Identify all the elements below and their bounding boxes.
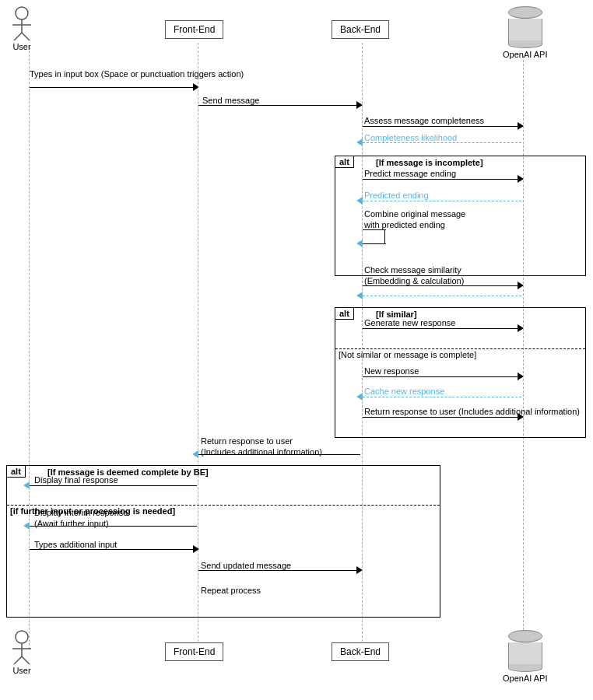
openai-cylinder-bottom	[508, 630, 542, 672]
alt-label-3: alt	[6, 465, 26, 478]
msg3-label: Assess message completeness	[364, 115, 484, 126]
alt-divider-3	[7, 505, 440, 506]
msg12-line	[363, 397, 521, 397]
msg2-label: Send message	[202, 95, 259, 106]
actor-openai-top: OpenAI API	[503, 6, 547, 59]
msg7-line3	[363, 243, 386, 244]
user-figure-bottom	[11, 630, 33, 665]
user-figure-top	[11, 6, 33, 41]
actor-frontend-bottom: Front-End	[165, 642, 223, 661]
msg4-label: Completeness likelihood	[364, 132, 457, 143]
actor-openai-label-bottom: OpenAI API	[503, 674, 547, 683]
msg10-line	[363, 328, 521, 329]
msg3-line	[363, 126, 521, 127]
msg13-label: Return response to user (Includes additi…	[364, 406, 580, 417]
actor-openai-label-top: OpenAI API	[503, 50, 547, 59]
frontend-box-bottom: Front-End	[165, 642, 223, 661]
actor-backend-top: Back-End	[332, 20, 389, 39]
msg8-label: Check message similarity(Embedding & cal…	[364, 264, 464, 286]
msg17-label: Types additional input	[34, 539, 117, 550]
alt-condition-1: [If message is incomplete]	[376, 158, 483, 167]
svg-point-5	[16, 631, 28, 643]
msg1-line	[30, 87, 197, 88]
msg5-line	[363, 179, 521, 180]
msg13-line	[363, 417, 521, 418]
msg5-label: Predict message ending	[364, 168, 456, 179]
msg14-label: Return response to user(Includes additio…	[201, 436, 322, 457]
frontend-box-top: Front-End	[165, 20, 223, 39]
alt-condition2-2: [Not similar or message is complete]	[339, 350, 476, 359]
msg9-line	[363, 296, 521, 296]
actor-user-label-top: User	[12, 42, 30, 51]
msg15-line	[30, 485, 197, 486]
alt-divider-2	[335, 348, 585, 349]
msg12-label: Cache new response	[364, 386, 444, 397]
msg6-line	[363, 201, 521, 201]
actor-user-top: User	[11, 6, 33, 51]
svg-line-8	[14, 656, 22, 664]
msg16-label: Display interim response(Await further i…	[34, 507, 128, 529]
msg15-label: Display final response	[34, 474, 118, 485]
backend-box-bottom: Back-End	[332, 642, 389, 661]
actor-backend-bottom: Back-End	[332, 642, 389, 661]
msg11-label: New response	[364, 366, 419, 376]
msg6-label: Predicted ending	[364, 190, 429, 201]
actor-openai-bottom: OpenAI API	[503, 630, 547, 683]
msg18-label: Send updated message	[201, 560, 291, 571]
msg10-label: Generate new response	[364, 317, 455, 328]
actor-user-label-bottom: User	[12, 666, 30, 675]
alt-label-1: alt	[335, 156, 354, 168]
actor-user-bottom: User	[11, 630, 33, 675]
svg-line-3	[14, 33, 22, 40]
msg7-line2	[384, 229, 385, 243]
svg-line-9	[22, 656, 30, 664]
svg-point-0	[16, 7, 28, 19]
openai-cylinder-top	[508, 6, 542, 48]
alt-label-2: alt	[335, 307, 354, 320]
msg11-line	[363, 376, 521, 377]
msg7-label: Combine original messagewith predicted e…	[364, 208, 465, 230]
msg19-label: Repeat process	[201, 585, 261, 596]
actor-frontend-top: Front-End	[165, 20, 223, 39]
backend-box-top: Back-End	[332, 20, 389, 39]
msg1-label: Types in input box (Space or punctuation…	[30, 68, 244, 79]
sequence-diagram: User Front-End Back-End OpenAI API Types…	[0, 0, 593, 700]
svg-line-4	[22, 33, 30, 40]
